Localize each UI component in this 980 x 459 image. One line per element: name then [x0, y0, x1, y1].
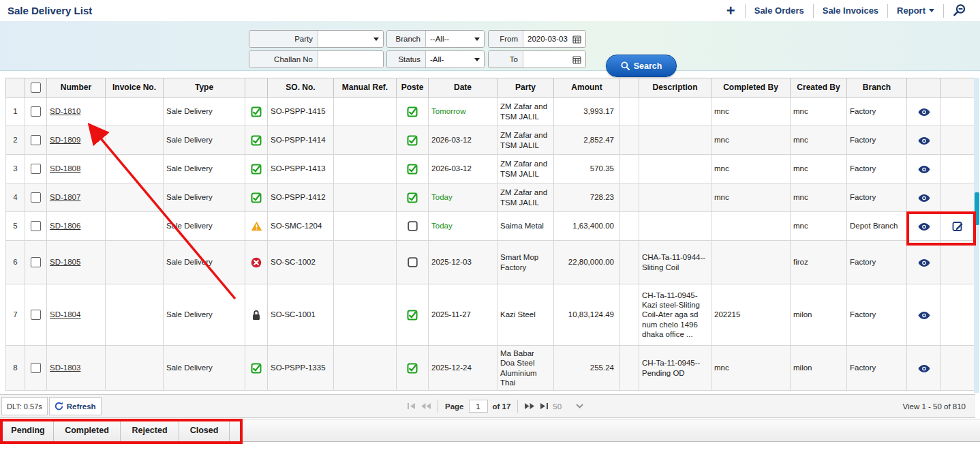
header-date[interactable]: Date [429, 78, 497, 98]
refresh-button[interactable]: Refresh [49, 397, 102, 415]
created-by-cell: mnc [791, 98, 847, 126]
to-date-input[interactable] [523, 51, 585, 68]
delivery-number-link[interactable]: SD-1806 [50, 222, 80, 230]
created-by-cell: milon [791, 346, 847, 391]
description-cell [639, 98, 711, 126]
delivery-number-link[interactable]: SD-1807 [50, 193, 80, 201]
next-page-button[interactable] [525, 403, 534, 409]
search-icon [621, 61, 630, 70]
view-eye-icon[interactable] [917, 258, 931, 267]
header-party[interactable]: Party [497, 78, 554, 98]
party-cell: Saima Metal [497, 212, 554, 241]
view-eye-icon[interactable] [917, 194, 931, 203]
header-number[interactable]: Number [47, 78, 106, 98]
page-size-dropdown[interactable] [576, 404, 583, 409]
party-select[interactable] [318, 31, 383, 47]
calendar-icon[interactable] [572, 35, 581, 44]
view-eye-icon[interactable] [917, 165, 931, 174]
posted-check-icon [407, 106, 418, 117]
add-new-button[interactable]: + [717, 4, 745, 18]
report-menu-button[interactable]: Report [888, 5, 943, 16]
page-number-input[interactable]: 1 [469, 400, 488, 413]
row-checkbox[interactable] [31, 164, 41, 174]
sale-orders-link[interactable]: Sale Orders [746, 5, 813, 16]
row-checkbox[interactable] [31, 221, 41, 231]
from-date-input[interactable]: 2020-03-03 [523, 31, 585, 47]
header-branch[interactable]: Branch [847, 78, 907, 98]
delivery-number-link[interactable]: SD-1803 [50, 364, 80, 372]
completed-by-cell [711, 241, 791, 284]
select-all-checkbox[interactable] [31, 83, 41, 93]
tab-pending[interactable]: Pending [2, 419, 54, 441]
view-eye-icon[interactable] [917, 222, 931, 231]
status-select[interactable]: -All- [426, 51, 484, 68]
completed-by-cell: mnc [711, 155, 791, 183]
invoice-no-cell [106, 346, 164, 391]
sale-delivery-table: Number Invoice No. Type SO. No. Manual R… [5, 78, 975, 391]
branch-cell: Factory [847, 126, 907, 155]
tab-rejected[interactable]: Rejected [121, 419, 179, 441]
so-no-cell: SO-PSPP-1414 [268, 126, 334, 155]
tab-completed[interactable]: Completed [54, 419, 121, 441]
sale-invoices-link[interactable]: Sale Invoices [814, 5, 887, 16]
header-manual-ref[interactable]: Manual Ref. [334, 78, 397, 98]
row-checkbox[interactable] [31, 106, 41, 117]
header-so-no[interactable]: SO. No. [268, 78, 334, 98]
amount-cell: 3,993.17 [554, 98, 620, 126]
header-completed-by[interactable]: Completed By [711, 78, 791, 98]
toggle-search-button[interactable] [944, 3, 975, 18]
row-checkbox[interactable] [31, 257, 41, 267]
manual-ref-cell [334, 346, 397, 391]
branch-select[interactable]: --All-- [426, 31, 484, 47]
approved-check-icon [251, 135, 262, 146]
calendar-icon[interactable] [572, 55, 581, 64]
header-amount[interactable]: Amount [554, 78, 620, 98]
vertical-scrollbar-track[interactable] [974, 78, 979, 393]
branch-label: Branch [387, 31, 426, 47]
grid-footer: DLT: 0.57s Refresh Page 1 of 17 50 View … [0, 394, 975, 418]
tab-closed[interactable]: Closed [179, 419, 230, 441]
delivery-number-link[interactable]: SD-1810 [50, 107, 80, 115]
view-eye-icon[interactable] [917, 108, 931, 117]
spacer-cell [620, 183, 639, 212]
header-posted[interactable]: Poste [397, 78, 429, 98]
header-created-by[interactable]: Created By [791, 78, 847, 98]
vertical-scrollbar-thumb[interactable] [975, 192, 979, 225]
unposted-checkbox-icon[interactable] [408, 257, 418, 267]
posted-check-icon [407, 164, 418, 175]
row-checkbox[interactable] [31, 135, 41, 145]
rejected-cross-icon [251, 257, 262, 268]
created-by-cell: milon [791, 284, 847, 346]
magnifier-minus-icon [952, 3, 966, 18]
invoice-no-cell [106, 284, 164, 346]
view-eye-icon[interactable] [917, 136, 931, 145]
amount-cell: 728.23 [554, 183, 620, 212]
previous-page-button[interactable] [421, 403, 431, 409]
status-filter-group: Status -All- [386, 50, 485, 68]
dlt-label: DLT: 0.57s [7, 402, 42, 411]
row-checkbox[interactable] [31, 363, 41, 373]
header-description[interactable]: Description [639, 78, 711, 98]
warning-triangle-icon [251, 221, 262, 231]
to-date-group: To [488, 50, 586, 68]
search-button[interactable]: Search [606, 55, 677, 77]
header-type[interactable]: Type [164, 78, 245, 98]
delivery-number-link[interactable]: SD-1804 [50, 310, 80, 319]
created-by-cell: firoz [791, 241, 847, 284]
unposted-checkbox-icon[interactable] [408, 221, 418, 231]
delivery-number-link[interactable]: SD-1805 [50, 258, 80, 266]
delivery-number-link[interactable]: SD-1809 [50, 136, 80, 144]
page-size-value[interactable]: 50 [553, 402, 562, 411]
header-invoice-no[interactable]: Invoice No. [106, 78, 164, 98]
delivery-number-link[interactable]: SD-1808 [50, 164, 80, 173]
view-eye-icon[interactable] [917, 364, 931, 373]
edit-icon[interactable] [952, 220, 964, 232]
type-cell: Sale Delivery [164, 98, 245, 126]
row-checkbox[interactable] [31, 192, 41, 203]
view-eye-icon[interactable] [917, 311, 931, 320]
row-checkbox[interactable] [31, 310, 41, 320]
first-page-button[interactable] [408, 403, 416, 409]
challan-no-input[interactable] [318, 51, 383, 68]
manual-ref-cell [334, 284, 397, 346]
last-page-button[interactable] [539, 403, 548, 409]
